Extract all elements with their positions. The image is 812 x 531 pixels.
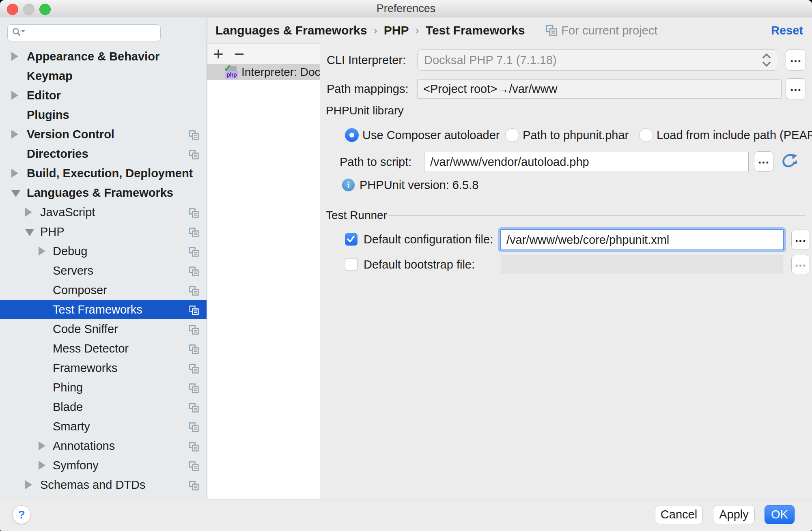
sidebar-item-smarty[interactable]: Smarty (0, 417, 207, 436)
radio-label-load-from-include-path-pear[interactable]: Load from include path (PEAR) (657, 129, 812, 142)
chevron-right-icon[interactable] (11, 91, 18, 100)
sidebar-item-label: Editor (27, 89, 61, 102)
default-bootstrap-file-checkbox[interactable] (345, 258, 358, 271)
radio-path-to-phpunit-phar[interactable] (505, 128, 519, 142)
default-configuration-file-label: Default configuration file: (364, 233, 493, 246)
group-divider (402, 111, 806, 111)
chevron-right-icon[interactable] (11, 130, 18, 139)
sidebar-item-label: Smarty (53, 420, 90, 433)
current-project-icon (189, 227, 199, 240)
breadcrumb-languages-frameworks[interactable]: Languages & Frameworks (215, 24, 367, 37)
cli-interpreter-select[interactable]: Docksal PHP 7.1 (7.1.18) (417, 49, 778, 71)
path-to-script-input[interactable]: /var/www/vendor/autoload.php (424, 152, 749, 172)
phpunit-version-row: i PHPUnit version: 6.5.8 (342, 178, 478, 192)
current-project-icon (189, 149, 199, 162)
sidebar-item-php[interactable]: PHP (0, 222, 207, 241)
help-button[interactable]: ? (12, 505, 31, 524)
current-project-icon (189, 324, 199, 338)
default-bootstrap-file-input (501, 255, 783, 274)
sidebar-item-phing[interactable]: Phing (0, 378, 207, 397)
chevron-down-icon[interactable] (11, 190, 20, 197)
default-configuration-file-input[interactable]: /var/www/web/core/phpunit.xml (500, 229, 784, 250)
current-project-icon (189, 129, 199, 143)
window-title: Preferences (0, 2, 812, 15)
path-mappings-browse-button[interactable]: ... (786, 78, 806, 99)
reload-phpunit-version-icon[interactable] (780, 153, 798, 171)
cli-interpreter-browse-button[interactable]: ... (786, 49, 806, 71)
sidebar-item-label: Build, Execution, Deployment (27, 167, 193, 180)
add-interpreter-button[interactable]: + (213, 45, 224, 63)
radio-load-from-include-path-pear[interactable] (639, 128, 653, 142)
chevron-right-icon[interactable] (25, 480, 32, 489)
current-project-icon (189, 266, 199, 279)
sidebar-item-appearance-behavior[interactable]: Appearance & Behavior (0, 47, 207, 66)
chevron-right-icon[interactable] (39, 441, 45, 450)
sidebar-item-label: Frameworks (53, 361, 118, 375)
path-to-script-value: /var/www/vendor/autoload.php (430, 155, 589, 169)
sidebar-item-label: Debug (53, 245, 87, 258)
sidebar-item-label: Symfony (53, 459, 99, 472)
current-project-icon (189, 421, 199, 435)
default-bootstrap-file-label: Default bootstrap file: (364, 258, 475, 271)
path-to-script-browse-button[interactable]: ... (754, 151, 773, 172)
test-runner-group-title: Test Runner (326, 209, 387, 222)
radio-label-path-to-phpunit-phar[interactable]: Path to phpunit.phar (523, 129, 629, 142)
current-project-icon (189, 441, 199, 454)
sidebar-item-label: Annotations (53, 439, 115, 453)
sidebar-item-editor[interactable]: Editor (0, 86, 207, 105)
sidebar-item-label: Keymap (27, 69, 73, 83)
sidebar-item-label: Directories (27, 147, 88, 161)
sidebar-item-version-control[interactable]: Version Control (0, 125, 207, 144)
chevron-down-icon[interactable] (25, 229, 34, 236)
sidebar-item-directories[interactable]: Directories (0, 144, 207, 163)
scope-indicator: For current project (546, 24, 657, 37)
remove-interpreter-button[interactable]: − (234, 45, 245, 63)
sidebar-item-javascript[interactable]: JavaScript (0, 202, 207, 222)
sidebar-item-frameworks[interactable]: Frameworks (0, 358, 207, 378)
default-configuration-file-browse-button[interactable]: ... (791, 230, 810, 250)
sidebar-item-servers[interactable]: Servers (0, 261, 207, 280)
sidebar-item-symfony[interactable]: Symfony (0, 456, 207, 475)
sidebar-item-languages-frameworks[interactable]: Languages & Frameworks (0, 183, 207, 202)
ok-button[interactable]: OK (765, 505, 795, 524)
chevron-right-icon[interactable] (39, 247, 45, 256)
search-input[interactable] (7, 24, 161, 41)
breadcrumb-test-frameworks[interactable]: Test Frameworks (426, 24, 525, 37)
breadcrumb-php[interactable]: PHP (384, 24, 409, 37)
sidebar-item-composer[interactable]: Composer (0, 280, 207, 300)
reset-link[interactable]: Reset (771, 24, 803, 37)
settings-tree: Appearance & BehaviorKeymapEditorPlugins… (0, 47, 207, 494)
chevron-right-icon[interactable] (39, 461, 45, 470)
cancel-button[interactable]: Cancel (655, 505, 703, 524)
default-bootstrap-file-browse-button: ... (791, 255, 810, 274)
sidebar-item-code-sniffer[interactable]: Code Sniffer (0, 319, 207, 339)
phpunit-version-text: PHPUnit version: 6.5.8 (360, 178, 478, 192)
path-mappings-label: Path mappings: (327, 82, 409, 96)
sidebar-item-build-execution-deployment[interactable]: Build, Execution, Deployment (0, 163, 207, 183)
sidebar-item-test-frameworks[interactable]: Test Frameworks (0, 300, 207, 319)
default-configuration-file-checkbox[interactable] (345, 233, 358, 246)
sidebar-item-label: PHP (40, 225, 65, 239)
test-frameworks-form: CLI Interpreter: Docksal PHP 7.1 (7.1.18… (320, 43, 812, 499)
current-project-icon (189, 305, 199, 318)
sidebar-item-debug[interactable]: Debug (0, 241, 207, 261)
chevron-right-icon[interactable] (11, 169, 18, 178)
radio-label-use-composer-autoloader[interactable]: Use Composer autoloader (362, 129, 500, 142)
apply-button[interactable]: Apply (713, 505, 755, 524)
radio-use-composer-autoloader[interactable] (345, 128, 359, 142)
sidebar-item-label: Test Frameworks (53, 303, 142, 316)
chevron-right-icon[interactable] (25, 208, 32, 217)
current-project-icon (546, 25, 557, 36)
interpreter-list-item[interactable]: ✓ php Interpreter: Docksal (207, 64, 320, 80)
path-mappings-field[interactable]: <Project root>→/var/www (417, 79, 782, 99)
current-project-icon (189, 402, 199, 415)
sidebar-item-plugins[interactable]: Plugins (0, 105, 207, 125)
sidebar-item-annotations[interactable]: Annotations (0, 436, 207, 456)
search-options-chevron-icon (21, 30, 25, 32)
sidebar-item-blade[interactable]: Blade (0, 397, 207, 417)
sidebar-item-mess-detector[interactable]: Mess Detector (0, 339, 207, 358)
chevron-right-icon[interactable] (11, 52, 18, 61)
sidebar-item-keymap[interactable]: Keymap (0, 66, 207, 86)
stepper-chevrons-icon[interactable] (755, 50, 778, 70)
sidebar-item-schemas-and-dtds[interactable]: Schemas and DTDs (0, 475, 207, 494)
